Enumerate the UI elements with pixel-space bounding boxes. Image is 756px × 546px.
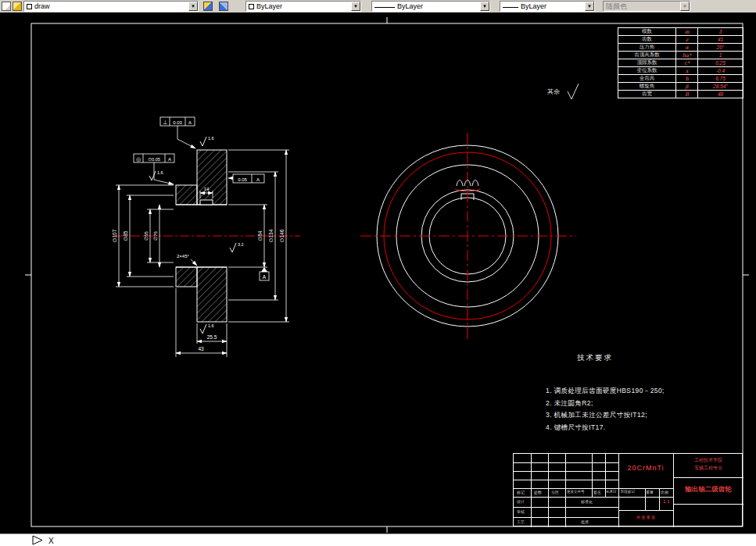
label-weight: 重量 (646, 491, 654, 494)
color-dropdown-value: ByLayer (256, 2, 282, 10)
technical-requirements: 技术要求 1. 调质处理后齿面硬度HBS190－250; 2. 未注圆角R2; … (546, 353, 749, 434)
fcf2-tolerance: ∅0.05 (148, 157, 160, 162)
sheet-count: 共 张 第 张 (620, 515, 672, 519)
label-change-no: 更改文件号 (567, 491, 585, 494)
layer-properties-icon[interactable] (203, 2, 213, 11)
param-label: 变位系数 (618, 67, 676, 75)
tech-req-line: 3. 机械加工未注公差尺寸按IT12; (546, 409, 749, 422)
tech-req-title: 技术要求 (577, 353, 749, 363)
ucs-x-label: X (48, 537, 54, 545)
param-symbol: m (676, 28, 698, 36)
param-symbol: B (676, 91, 698, 98)
color-swatch (249, 4, 254, 9)
roughness-value-1: 1.6 (208, 136, 214, 141)
layer-dropdown-value: draw (34, 2, 50, 10)
param-value: 1 (698, 52, 743, 59)
table-row: 螺旋角β28.54° (618, 83, 743, 91)
hub-upper-section (176, 185, 197, 205)
param-symbol: ha* (676, 52, 698, 59)
fcf1-datum: A (188, 120, 192, 125)
linetype-dropdown[interactable]: ByLayer ▼ (371, 1, 490, 12)
tech-req-line: 2. 未注圆角R2; (546, 398, 749, 410)
tech-req-line: 4. 键槽尺寸按IT17. (546, 422, 749, 434)
param-value: 20° (698, 44, 743, 52)
gear-section-view: ∅107 ∅85 ∅55 ∅76 ∅84 ∅134 (112, 117, 300, 357)
table-row: 模数m3 (618, 28, 743, 36)
param-value: 3 (698, 28, 743, 36)
label-mark: 标记 (517, 491, 525, 494)
param-label: 模数 (618, 28, 676, 36)
param-symbol: β (676, 83, 698, 91)
param-value: 0.25 (698, 59, 743, 67)
dim-bore: ∅84 (257, 230, 263, 241)
roughness-value-4: 1.6 (208, 323, 214, 328)
lineweight-dropdown-arrow-icon[interactable]: ▼ (585, 2, 594, 11)
param-label: 压力角 (618, 44, 676, 52)
table-row: 顶隙系数c*0.25 (618, 59, 743, 67)
application-window: draw ▼ ByLayer ▼ ByLayer ▼ ByLayer ▼ 随颜色… (0, 0, 756, 546)
fcf2-symbol: ◎ (136, 156, 141, 162)
param-label: 全齿高 (618, 75, 676, 83)
dim-left-hub: ∅85 (123, 230, 128, 241)
label-date: 年月日 (606, 491, 617, 494)
param-label: 齿数 (618, 36, 676, 44)
lineweight-dropdown[interactable]: ByLayer ▼ (500, 1, 595, 12)
param-value: 6.75 (698, 75, 743, 83)
dim-outer: ∅146 (279, 229, 285, 242)
label-stage: 阶段标记 (621, 491, 635, 494)
param-label: 齿顶高系数 (618, 52, 676, 59)
param-label: 齿宽 (618, 91, 676, 98)
label-approve: 批准 (581, 520, 589, 524)
table-row: 变位系数x-0.4 (618, 67, 743, 75)
table-row: 齿宽B48 (618, 91, 743, 98)
color-dropdown[interactable]: ByLayer ▼ (245, 1, 361, 12)
object-properties-toolbar: draw ▼ ByLayer ▼ ByLayer ▼ ByLayer ▼ 随颜色… (0, 0, 756, 12)
layout-bottom-strip: X (0, 534, 756, 546)
label-standard: 标准化 (581, 500, 593, 504)
default-roughness-label: 其余 (547, 88, 560, 95)
ucs-icon: X (28, 534, 99, 546)
label-count: 处数 (534, 491, 542, 494)
label-design: 设计 (517, 500, 525, 504)
fcf1-symbol: ⊥ (163, 120, 167, 125)
layer-dropdown[interactable]: draw ▼ (23, 1, 199, 12)
linetype-glyph (374, 2, 395, 8)
dim-bore-mid: ∅76 (153, 230, 158, 241)
linetype-dropdown-arrow-icon[interactable]: ▼ (480, 2, 489, 11)
drawing-canvas[interactable]: ∅107 ∅85 ∅55 ∅76 ∅84 ∅134 (0, 12, 756, 534)
school-name-line2: 车辆工程专业 (673, 465, 743, 472)
default-roughness-mark: 其余 (547, 84, 579, 99)
param-symbol: α (676, 44, 698, 52)
fcf2-datum: A (168, 157, 171, 162)
dim-bore-small: ∅55 (144, 230, 149, 241)
lineweight-dropdown-value: ByLayer (521, 2, 546, 10)
plotstyle-dropdown: 随颜色 ▼ (603, 1, 690, 12)
param-label: 螺旋角 (618, 83, 676, 91)
param-value: -0.4 (698, 67, 743, 75)
table-row: 齿顶高系数ha*1 (618, 52, 743, 59)
keyway-section (200, 200, 213, 205)
gear-parameter-table: 模数m3 齿数z41 压力角α20° 齿顶高系数ha*1 顶隙系数c*0.25 … (618, 27, 743, 98)
plotstyle-dropdown-value: 随颜色 (606, 2, 627, 12)
roughness-value-3: 3.2 (238, 242, 244, 247)
rim-lower-section (197, 267, 227, 322)
layer-manager-icon[interactable] (13, 2, 22, 11)
param-value: 28.54° (698, 83, 743, 91)
color-dropdown-arrow-icon[interactable]: ▼ (351, 2, 360, 11)
linetype-dropdown-value: ByLayer (397, 2, 423, 10)
layer-previous-icon[interactable] (219, 2, 228, 11)
tech-req-line: 1. 调质处理后齿面硬度HBS190－250; (546, 385, 749, 398)
make-object-layer-icon[interactable] (2, 2, 11, 11)
label-sign: 签名 (593, 491, 601, 494)
scale-value: 1:1 (660, 499, 673, 504)
param-symbol: x (676, 67, 698, 75)
layer-dropdown-arrow-icon[interactable]: ▼ (188, 2, 198, 11)
param-symbol: z (676, 36, 698, 44)
label-zone: 分区 (551, 491, 559, 494)
fcf3-datum: A (256, 177, 260, 182)
material-spec: 20CrMnTi (618, 464, 673, 472)
label-scale: 比例 (661, 491, 668, 494)
plotstyle-dropdown-arrow-icon: ▼ (680, 2, 690, 11)
fcf1-tolerance: 0.03 (173, 120, 182, 125)
label-check: 审核 (517, 510, 525, 514)
